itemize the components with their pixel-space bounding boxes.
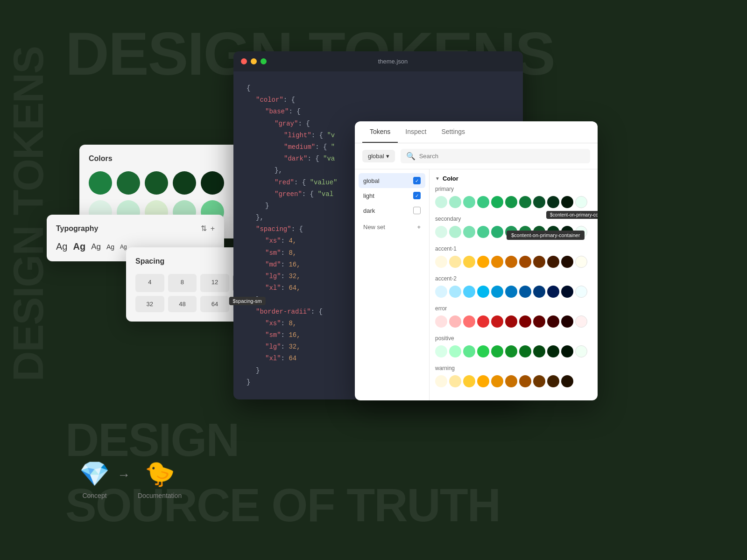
- set-light-checkbox[interactable]: [413, 192, 421, 199]
- warning-10[interactable]: [561, 375, 573, 387]
- accent2-3[interactable]: [463, 286, 475, 298]
- accent2-9[interactable]: [547, 286, 559, 298]
- error-3[interactable]: [463, 315, 475, 328]
- tokens-sets: global light dark New set +: [355, 169, 430, 400]
- accent1-3[interactable]: [463, 256, 475, 268]
- primary-5[interactable]: [491, 196, 503, 208]
- positive-6[interactable]: [505, 345, 517, 357]
- new-set-button[interactable]: New set +: [359, 220, 425, 234]
- accent2-11[interactable]: [575, 286, 587, 298]
- spacing-64[interactable]: 64: [200, 296, 229, 312]
- primary-4[interactable]: [477, 196, 489, 208]
- secondary-2[interactable]: [449, 226, 461, 238]
- spacing-48[interactable]: 48: [168, 296, 197, 312]
- positive-4[interactable]: [477, 345, 489, 357]
- tab-tokens[interactable]: Tokens: [362, 121, 398, 143]
- close-button[interactable]: [241, 58, 247, 64]
- error-7[interactable]: [519, 315, 531, 328]
- error-10[interactable]: [561, 315, 573, 328]
- warning-5[interactable]: [491, 375, 503, 387]
- positive-10[interactable]: [561, 345, 573, 357]
- accent1-2[interactable]: [449, 256, 461, 268]
- accent2-4[interactable]: [477, 286, 489, 298]
- error-8[interactable]: [533, 315, 545, 328]
- primary-8[interactable]: [533, 196, 545, 208]
- spacing-12[interactable]: 12: [200, 274, 229, 292]
- set-global[interactable]: global: [359, 173, 425, 188]
- warning-2[interactable]: [449, 375, 461, 387]
- global-selector[interactable]: global ▾: [362, 150, 395, 162]
- accent1-1[interactable]: [435, 256, 447, 268]
- positive-8[interactable]: [533, 345, 545, 357]
- primary-3[interactable]: [463, 196, 475, 208]
- accent1-6[interactable]: [505, 256, 517, 268]
- primary-7[interactable]: [519, 196, 531, 208]
- positive-7[interactable]: [519, 345, 531, 357]
- secondary-3[interactable]: [463, 226, 475, 238]
- warning-7[interactable]: [519, 375, 531, 387]
- primary-2[interactable]: [449, 196, 461, 208]
- set-global-checkbox[interactable]: [413, 177, 421, 184]
- primary-6[interactable]: [505, 196, 517, 208]
- error-6[interactable]: [505, 315, 517, 328]
- typo-add-icon[interactable]: +: [211, 224, 215, 233]
- set-dark-checkbox[interactable]: [413, 207, 421, 214]
- swatch-2[interactable]: [117, 171, 140, 195]
- positive-2[interactable]: [449, 345, 461, 357]
- positive-9[interactable]: [547, 345, 559, 357]
- secondary-4[interactable]: [477, 226, 489, 238]
- tab-settings[interactable]: Settings: [434, 121, 473, 143]
- error-5[interactable]: [491, 315, 503, 328]
- accent1-8[interactable]: [533, 256, 545, 268]
- swatch-3[interactable]: [145, 171, 168, 195]
- search-input[interactable]: [419, 153, 585, 160]
- error-4[interactable]: [477, 315, 489, 328]
- error-11[interactable]: [575, 315, 587, 328]
- accent2-5[interactable]: [491, 286, 503, 298]
- accent2-10[interactable]: [561, 286, 573, 298]
- tab-inspect[interactable]: Inspect: [398, 121, 434, 143]
- primary-9[interactable]: [547, 196, 559, 208]
- secondary-1[interactable]: [435, 226, 447, 238]
- accent2-7[interactable]: [519, 286, 531, 298]
- warning-8[interactable]: [533, 375, 545, 387]
- set-light[interactable]: light: [359, 188, 425, 203]
- warning-3[interactable]: [463, 375, 475, 387]
- warning-9[interactable]: [547, 375, 559, 387]
- swatch-5[interactable]: [201, 171, 224, 195]
- accent1-10[interactable]: [561, 256, 573, 268]
- positive-1[interactable]: [435, 345, 447, 357]
- spacing-8[interactable]: 8: [168, 274, 197, 292]
- primary-1[interactable]: [435, 196, 447, 208]
- typo-filter-icon[interactable]: ⇅: [201, 224, 207, 233]
- error-1[interactable]: [435, 315, 447, 328]
- warning-6[interactable]: [505, 375, 517, 387]
- positive-11[interactable]: [575, 345, 587, 357]
- primary-10[interactable]: [561, 196, 573, 208]
- spacing-4[interactable]: 4: [135, 274, 164, 292]
- warning-1[interactable]: [435, 375, 447, 387]
- maximize-button[interactable]: [261, 58, 267, 64]
- secondary-5[interactable]: [491, 226, 503, 238]
- accent2-1[interactable]: [435, 286, 447, 298]
- spacing-32[interactable]: 32: [135, 296, 164, 312]
- accent1-4[interactable]: [477, 256, 489, 268]
- accent1-5[interactable]: [491, 256, 503, 268]
- positive-5[interactable]: [491, 345, 503, 357]
- accent1-9[interactable]: [547, 256, 559, 268]
- color-chevron[interactable]: ▼: [435, 176, 440, 181]
- swatch-1[interactable]: [89, 171, 112, 195]
- error-2[interactable]: [449, 315, 461, 328]
- accent2-6[interactable]: [505, 286, 517, 298]
- warning-4[interactable]: [477, 375, 489, 387]
- error-9[interactable]: [547, 315, 559, 328]
- primary-11[interactable]: $content-on-primary-container: [575, 196, 587, 208]
- accent2-8[interactable]: [533, 286, 545, 298]
- accent1-11[interactable]: [575, 256, 587, 268]
- positive-3[interactable]: [463, 345, 475, 357]
- swatch-4[interactable]: [173, 171, 196, 195]
- accent1-7[interactable]: [519, 256, 531, 268]
- accent2-2[interactable]: [449, 286, 461, 298]
- set-dark[interactable]: dark: [359, 203, 425, 218]
- minimize-button[interactable]: [251, 58, 257, 64]
